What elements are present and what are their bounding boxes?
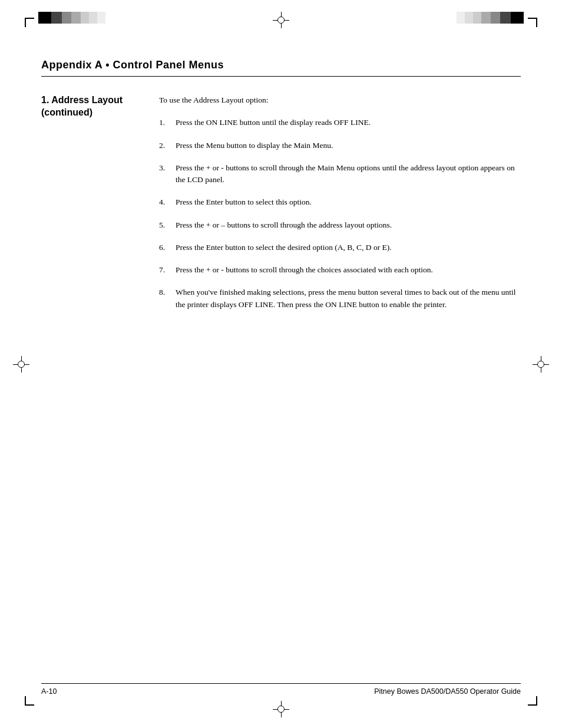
top-left-registration-mark	[25, 18, 34, 27]
left-column: 1. Address Layout (continued)	[41, 94, 159, 321]
crosshair-symbol	[273, 701, 289, 717]
crosshair-symbol	[273, 12, 289, 28]
step-number: 5.	[159, 219, 176, 231]
bottom-left-registration-mark	[25, 696, 34, 706]
crosshair-symbol	[13, 356, 29, 373]
intro-text: To use the Address Layout option:	[159, 94, 521, 106]
bar-segment	[89, 12, 97, 24]
top-right-registration-mark	[528, 18, 537, 27]
step-item: 3.Press the + or - buttons to scroll thr…	[159, 162, 521, 186]
step-text: Press the ON LINE button until the displ…	[176, 117, 521, 129]
right-crosshair	[533, 356, 549, 373]
step-number: 4.	[159, 196, 176, 208]
right-column: To use the Address Layout option: 1.Pres…	[159, 94, 521, 321]
bar-segment	[81, 12, 89, 24]
two-column-layout: 1. Address Layout (continued) To use the…	[41, 94, 521, 321]
step-text: Press the + or - buttons to scroll throu…	[176, 162, 521, 186]
bar-segment	[465, 12, 473, 24]
bar-segment	[491, 12, 500, 24]
bar-segment	[51, 12, 62, 24]
bar-segment	[62, 12, 71, 24]
bar-segment	[473, 12, 481, 24]
step-item: 5.Press the + or – buttons to scroll thr…	[159, 219, 521, 231]
top-right-bars	[457, 12, 524, 24]
page: Appendix A • Control Panel Menus 1. Addr…	[0, 0, 562, 728]
step-item: 7.Press the + or - buttons to scroll thr…	[159, 264, 521, 276]
step-item: 1.Press the ON LINE button until the dis…	[159, 117, 521, 129]
step-number: 2.	[159, 140, 176, 151]
main-content: Appendix A • Control Panel Menus 1. Addr…	[41, 59, 521, 669]
step-number: 8.	[159, 286, 176, 311]
step-item: 4.Press the Enter button to select this …	[159, 196, 521, 208]
bar-segment	[97, 12, 105, 24]
step-text: Press the Menu button to display the Mai…	[176, 140, 521, 151]
step-text: Press the + or – buttons to scroll throu…	[176, 219, 521, 231]
top-crosshair	[273, 12, 289, 28]
bar-segment	[457, 12, 465, 24]
page-number: A-10	[41, 687, 57, 696]
bottom-right-registration-mark	[528, 696, 537, 706]
step-number: 7.	[159, 264, 176, 276]
crosshair-symbol	[533, 356, 549, 373]
step-number: 1.	[159, 117, 176, 129]
step-text: Press the Enter button to select this op…	[176, 196, 521, 208]
step-text: Press the + or - buttons to scroll throu…	[176, 264, 521, 276]
steps-list: 1.Press the ON LINE button until the dis…	[159, 117, 521, 311]
step-item: 2.Press the Menu button to display the M…	[159, 140, 521, 151]
bar-segment	[71, 12, 81, 24]
left-crosshair	[13, 356, 29, 373]
step-text: Press the Enter button to select the des…	[176, 242, 521, 253]
top-left-bars	[38, 12, 105, 24]
chapter-title: Appendix A • Control Panel Menus	[41, 59, 521, 71]
bar-segment	[481, 12, 491, 24]
step-text: When you've finished making selections, …	[176, 286, 521, 311]
bar-segment	[500, 12, 511, 24]
bar-segment	[511, 12, 524, 24]
step-item: 8.When you've finished making selections…	[159, 286, 521, 311]
section-title: 1. Address Layout (continued)	[41, 94, 147, 119]
footer: A-10 Pitney Bowes DA500/DA550 Operator G…	[41, 683, 521, 696]
step-number: 3.	[159, 162, 176, 186]
bar-segment	[38, 12, 51, 24]
bottom-crosshair	[273, 701, 289, 717]
chapter-heading: Appendix A • Control Panel Menus	[41, 59, 521, 77]
document-title: Pitney Bowes DA500/DA550 Operator Guide	[374, 687, 521, 696]
step-number: 6.	[159, 242, 176, 253]
step-item: 6.Press the Enter button to select the d…	[159, 242, 521, 253]
